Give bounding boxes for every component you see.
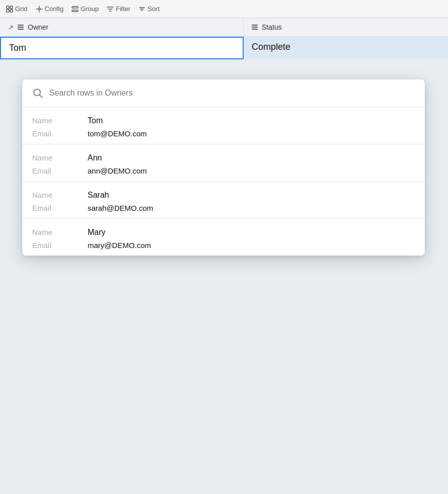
person-email: sarah@DEMO.com bbox=[88, 204, 153, 212]
svg-line-8 bbox=[40, 95, 43, 98]
grid-icon bbox=[6, 6, 13, 13]
person-name-row: Name Ann bbox=[32, 153, 415, 162]
filter-label: Filter bbox=[116, 5, 130, 13]
name-label: Name bbox=[32, 191, 88, 199]
top-toolbar: Grid Config Group Filter Sort bbox=[0, 0, 448, 18]
table: ↗ Owner Status Tom Complete bbox=[0, 18, 448, 59]
owner-dropdown: Name Tom Email tom@DEMO.com Name Ann Ema… bbox=[22, 79, 425, 256]
table-row: Tom Complete bbox=[0, 37, 448, 59]
email-label: Email bbox=[32, 241, 88, 250]
owner-header-label: Owner bbox=[28, 23, 48, 31]
search-input[interactable] bbox=[49, 89, 415, 98]
config-icon bbox=[36, 6, 43, 13]
filter-icon bbox=[107, 6, 114, 13]
owner-value: Tom bbox=[9, 43, 26, 53]
person-entry[interactable]: Name Mary Email mary@DEMO.com bbox=[22, 219, 425, 256]
svg-rect-2 bbox=[7, 10, 9, 12]
status-cell: Complete bbox=[244, 37, 448, 59]
status-value: Complete bbox=[252, 42, 290, 52]
person-name: Ann bbox=[88, 153, 102, 162]
toolbar-config[interactable]: Config bbox=[36, 5, 64, 13]
search-icon bbox=[32, 88, 43, 99]
person-name-row: Name Sarah bbox=[32, 191, 415, 200]
person-email: tom@DEMO.com bbox=[88, 129, 147, 138]
owner-cell[interactable]: Tom bbox=[0, 37, 244, 59]
svg-point-4 bbox=[38, 8, 40, 10]
email-label: Email bbox=[32, 204, 88, 212]
name-label: Name bbox=[32, 116, 88, 125]
person-name: Sarah bbox=[88, 191, 109, 200]
group-label: Group bbox=[81, 5, 99, 13]
person-email-row: Email ann@DEMO.com bbox=[32, 167, 415, 175]
svg-rect-1 bbox=[10, 6, 13, 9]
name-label: Name bbox=[32, 228, 88, 236]
person-email: ann@DEMO.com bbox=[88, 167, 147, 175]
person-entry[interactable]: Name Sarah Email sarah@DEMO.com bbox=[22, 182, 425, 219]
sort-arrow-icon: ↗ bbox=[8, 24, 14, 31]
toolbar-sort[interactable]: Sort bbox=[138, 5, 160, 13]
search-row bbox=[22, 79, 425, 107]
person-name-row: Name Mary bbox=[32, 228, 415, 237]
group-icon bbox=[71, 6, 79, 13]
sort-label: Sort bbox=[147, 5, 160, 13]
toolbar-group[interactable]: Group bbox=[71, 5, 99, 13]
person-email-row: Email sarah@DEMO.com bbox=[32, 204, 415, 212]
person-entry[interactable]: Name Ann Email ann@DEMO.com bbox=[22, 144, 425, 182]
person-name: Mary bbox=[88, 228, 106, 237]
status-column-header[interactable]: Status bbox=[244, 18, 448, 36]
toolbar-filter[interactable]: Filter bbox=[107, 5, 130, 13]
config-label: Config bbox=[45, 5, 64, 13]
name-label: Name bbox=[32, 153, 88, 162]
svg-rect-3 bbox=[10, 10, 13, 12]
svg-point-7 bbox=[34, 89, 40, 96]
status-header-label: Status bbox=[262, 23, 282, 31]
svg-rect-0 bbox=[7, 6, 9, 9]
table-header-row: ↗ Owner Status bbox=[0, 18, 448, 37]
person-email-row: Email mary@DEMO.com bbox=[32, 241, 415, 250]
persons-list: Name Tom Email tom@DEMO.com Name Ann Ema… bbox=[22, 107, 425, 256]
svg-rect-5 bbox=[72, 7, 78, 8]
email-label: Email bbox=[32, 129, 88, 138]
sort-icon bbox=[138, 6, 145, 13]
svg-rect-6 bbox=[72, 10, 78, 12]
search-icon-wrap bbox=[32, 88, 43, 99]
person-name-row: Name Tom bbox=[32, 116, 415, 125]
person-email: mary@DEMO.com bbox=[88, 241, 151, 250]
person-email-row: Email tom@DEMO.com bbox=[32, 129, 415, 138]
status-lines-icon bbox=[252, 25, 258, 30]
grid-label: Grid bbox=[15, 5, 28, 13]
owner-column-header[interactable]: ↗ Owner bbox=[0, 18, 244, 36]
email-label: Email bbox=[32, 167, 88, 175]
toolbar-grid[interactable]: Grid bbox=[6, 5, 28, 13]
person-name: Tom bbox=[88, 116, 103, 125]
person-entry[interactable]: Name Tom Email tom@DEMO.com bbox=[22, 107, 425, 144]
lines-icon bbox=[18, 25, 24, 30]
